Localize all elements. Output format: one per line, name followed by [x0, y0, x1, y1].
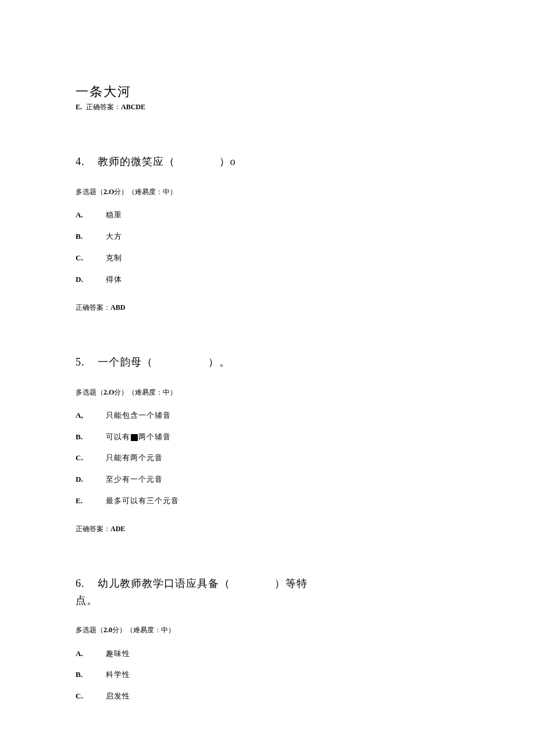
question-number: 4. — [76, 153, 85, 170]
option-d: D. 得体 — [76, 274, 459, 286]
option-letter: B. — [76, 231, 106, 243]
question-6: 6.幼儿教师教学口语应具备（ ）等特点。 多选题（2.0分）（难易度：中） A.… — [76, 575, 459, 703]
option-b: B. 可以有两个辅音 — [76, 431, 459, 443]
option-text: 稳重 — [106, 209, 122, 221]
meta-prefix: 多选题（ — [76, 188, 104, 196]
correct-answer-value: ADE — [110, 525, 125, 533]
option-text: 可以有两个辅音 — [106, 431, 171, 443]
option-c: C. 克制 — [76, 252, 459, 264]
meta-suffix: 分）（难易度：中） — [114, 388, 177, 396]
option-text: 克制 — [106, 252, 122, 264]
option-letter: A, — [76, 410, 106, 422]
option-letter-e: E. — [76, 102, 82, 113]
question-meta: 多选题（2.0分）（难易度：中） — [76, 625, 459, 636]
previous-question-tail: 一条大河 E. 正确答案：ABCDE — [76, 81, 459, 113]
question-meta: 多选题（2.O分）（难易度：中） — [76, 187, 459, 198]
question-title: 4.教师的微笑应（ ）o — [76, 153, 459, 170]
question-4: 4.教师的微笑应（ ）o 多选题（2.O分）（难易度：中） A. 稳重 B. 大… — [76, 153, 459, 313]
meta-suffix: 分）（难易度：中） — [114, 188, 177, 196]
option-text: 只能包含一个辅音 — [106, 410, 171, 422]
correct-answer-label: 正确答案： — [76, 303, 110, 311]
option-letter: E. — [76, 495, 106, 507]
previous-option-e-line: E. 正确答案：ABCDE — [76, 102, 459, 113]
option-text: 至少有一个元音 — [106, 474, 163, 486]
option-letter: A. — [76, 209, 106, 221]
correct-answer-label: 正确答案： — [76, 525, 110, 533]
option-text: 启发性 — [106, 690, 130, 703]
options-list: A, 只能包含一个辅音 B. 可以有两个辅音 C. 只能有两个元音 D. 至少有… — [76, 410, 459, 507]
meta-prefix: 多选题（ — [76, 626, 104, 634]
option-d: D. 至少有一个元音 — [76, 474, 459, 486]
option-b: B. 大方 — [76, 231, 459, 243]
question-stem: 幼儿教师教学口语应具备（ ）等特点。 — [76, 578, 308, 606]
option-a: A, 只能包含一个辅音 — [76, 410, 459, 422]
answer-line: 正确答案：ABD — [76, 302, 459, 313]
option-letter: D. — [76, 474, 106, 486]
option-text: 大方 — [106, 231, 122, 243]
options-list: A. 趣味性 B. 科学性 C. 启发性 — [76, 648, 459, 703]
option-text: 最多可以有三个元音 — [106, 495, 179, 507]
option-text: 趣味性 — [106, 648, 130, 660]
option-a: A. 趣味性 — [76, 648, 459, 660]
option-letter: C. — [76, 690, 106, 703]
question-meta: 多选题（2.O分）（难易度：中） — [76, 387, 459, 398]
options-list: A. 稳重 B. 大方 C. 克制 D. 得体 — [76, 209, 459, 285]
meta-suffix: 分）（难易度：中） — [112, 626, 175, 634]
option-letter: D. — [76, 274, 106, 286]
question-number: 6. — [76, 575, 85, 592]
previous-option-title: 一条大河 — [76, 81, 459, 102]
option-b: B. 科学性 — [76, 669, 459, 681]
option-a: A. 稳重 — [76, 209, 459, 221]
option-c: C. 只能有两个元音 — [76, 452, 459, 464]
correct-answer-value: ABD — [110, 303, 125, 311]
question-title: 5.一个韵母（ ）。 — [76, 354, 459, 371]
option-letter: C. — [76, 252, 106, 264]
meta-points: 2.O — [104, 188, 114, 196]
question-number: 5. — [76, 354, 85, 371]
option-e: E. 最多可以有三个元音 — [76, 495, 459, 507]
meta-prefix: 多选题（ — [76, 388, 104, 396]
option-letter: B. — [76, 669, 106, 681]
option-text: 得体 — [106, 274, 122, 286]
answer-line: 正确答案：ADE — [76, 524, 459, 535]
question-title: 6.幼儿教师教学口语应具备（ ）等特点。 — [76, 575, 308, 609]
meta-points: 2.0 — [104, 626, 112, 634]
option-letter: C. — [76, 452, 106, 464]
meta-points: 2.O — [104, 388, 114, 396]
option-c: C. 启发性 — [76, 690, 459, 703]
correct-answer-value: ABCDE — [121, 103, 145, 111]
option-text: 科学性 — [106, 669, 130, 681]
question-stem: 一个韵母（ ）。 — [98, 356, 230, 368]
option-letter: B. — [76, 431, 106, 443]
question-stem: 教师的微笑应（ ）o — [98, 156, 236, 167]
black-square-icon — [131, 434, 138, 441]
question-5: 5.一个韵母（ ）。 多选题（2.O分）（难易度：中） A, 只能包含一个辅音 … — [76, 354, 459, 535]
option-text: 只能有两个元音 — [106, 452, 163, 464]
option-letter: A. — [76, 648, 106, 660]
correct-answer-label: 正确答案： — [86, 103, 121, 111]
